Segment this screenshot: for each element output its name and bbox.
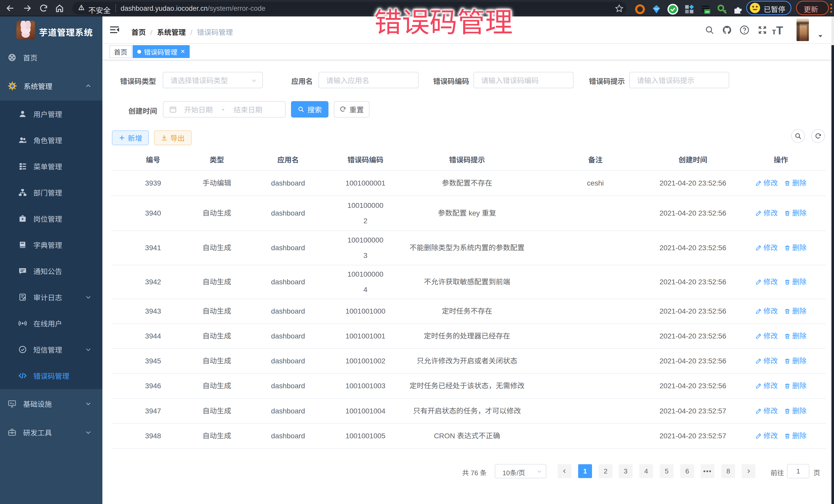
svg-text:on: on (705, 10, 709, 14)
